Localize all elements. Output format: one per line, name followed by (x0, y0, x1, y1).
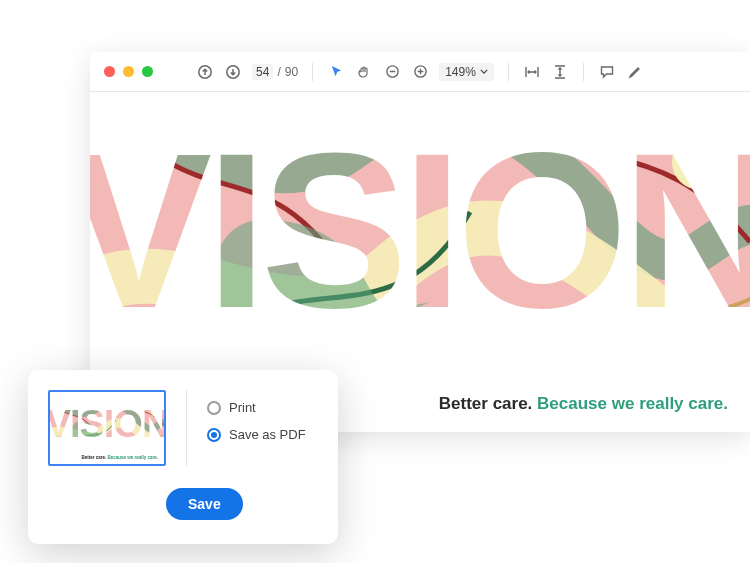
vision-artwork: VISION (90, 102, 750, 342)
export-dialog: Better care. Because we really care. Pri… (28, 370, 338, 544)
dialog-divider (186, 390, 187, 466)
tagline-accent: Because we really care. (537, 394, 728, 413)
toolbar-separator (583, 63, 584, 81)
export-preview-thumbnail[interactable]: Better care. Because we really care. (48, 390, 166, 466)
radio-icon (207, 428, 221, 442)
zoom-out-icon[interactable] (383, 63, 401, 81)
option-print-label: Print (229, 400, 256, 415)
titlebar: 54 / 90 (90, 52, 750, 92)
fit-width-icon[interactable] (523, 63, 541, 81)
zoom-in-icon[interactable] (411, 63, 429, 81)
toolbar-separator (508, 63, 509, 81)
pan-hand-icon[interactable] (355, 63, 373, 81)
toolbar-separator (312, 63, 313, 81)
fit-height-icon[interactable] (551, 63, 569, 81)
page-indicator[interactable]: 54 / 90 (252, 64, 298, 80)
option-save-pdf-label: Save as PDF (229, 427, 306, 442)
radio-icon (207, 401, 221, 415)
page-up-icon[interactable] (196, 63, 214, 81)
option-save-as-pdf[interactable]: Save as PDF (207, 427, 306, 442)
export-options: Print Save as PDF (207, 390, 306, 442)
svg-rect-8 (50, 401, 164, 442)
page-down-icon[interactable] (224, 63, 242, 81)
comment-icon[interactable] (598, 63, 616, 81)
current-page[interactable]: 54 (252, 64, 273, 80)
save-button[interactable]: Save (166, 488, 243, 520)
close-window-button[interactable] (104, 66, 115, 77)
tagline-strong: Better care. (439, 394, 533, 413)
toolbar: 54 / 90 (90, 52, 750, 91)
total-pages: 90 (285, 65, 298, 79)
page-separator: / (277, 65, 280, 79)
window-controls (104, 66, 153, 77)
minimize-window-button[interactable] (123, 66, 134, 77)
selection-arrow-icon[interactable] (327, 63, 345, 81)
zoom-window-button[interactable] (142, 66, 153, 77)
highlight-pen-icon[interactable] (626, 63, 644, 81)
zoom-level-value: 149% (445, 65, 476, 79)
option-print[interactable]: Print (207, 400, 306, 415)
svg-rect-7 (90, 102, 750, 342)
chevron-down-icon (480, 69, 488, 74)
zoom-level-select[interactable]: 149% (439, 63, 494, 81)
